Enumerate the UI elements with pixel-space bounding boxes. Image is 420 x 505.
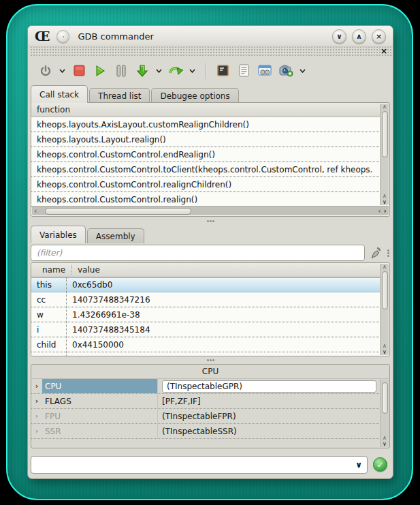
cpu-register-row[interactable]: › CPU (TInspectableGPR) [31, 379, 381, 394]
variable-row[interactable]: cc 140737488347216 [31, 292, 381, 307]
variable-row[interactable]: i 140737488345184 [31, 322, 381, 337]
cpu-register-row[interactable]: › FLAGS [PF,ZF,IF] [31, 394, 381, 409]
titlebar[interactable]: Œ GDB commander ∨ ∧ × [28, 26, 393, 47]
pause-icon [116, 65, 127, 77]
callstack-row[interactable]: kheops.control.CustomControl.endRealign(… [31, 147, 381, 162]
step-over-icon [168, 64, 183, 78]
callstack-row[interactable]: kheops.layouts.Layout.realign() [31, 132, 381, 147]
tab-call-stack[interactable]: Call stack [31, 85, 88, 103]
splitter-handle[interactable] [28, 356, 393, 364]
scroll-left-icon[interactable]: ‹ [378, 208, 381, 214]
variable-row[interactable]: h 1.43266961e-38 [31, 352, 381, 356]
scroll-down-icon[interactable]: ∨ [383, 441, 387, 447]
stop-icon [74, 65, 85, 76]
cpu-panel-title: CPU [31, 365, 389, 379]
callstack-column-header[interactable]: function [31, 103, 381, 117]
power-button[interactable] [37, 63, 54, 79]
scroll-left-icon[interactable]: ‹ [34, 208, 37, 214]
cpu-register-row[interactable]: › FPU (TInspectableFPR) [31, 409, 381, 424]
disassembly-icon [238, 64, 250, 77]
step-into-icon [135, 64, 149, 78]
expander-icon[interactable]: › [31, 379, 42, 393]
callstack-horizontal-scrollbar[interactable]: ‹ ‹ › [32, 206, 389, 215]
callstack-row[interactable]: kheops.control.CustomControl.toClient(kh… [31, 162, 381, 177]
splitter-handle[interactable] [28, 217, 393, 225]
dock-close-icon[interactable]: × [381, 47, 387, 56]
run-icon [94, 65, 106, 77]
scroll-up-icon[interactable]: ∧ [383, 193, 387, 199]
command-combobox[interactable]: ∨ [31, 456, 368, 474]
stop-button[interactable] [71, 63, 87, 79]
add-snapshot-button[interactable] [278, 63, 294, 79]
debug-toolbar [28, 57, 393, 85]
callstack-row[interactable]: kheops.control.CustomControl.realignChil… [31, 177, 381, 192]
window-title: GDB commander [78, 31, 153, 42]
pause-button[interactable] [113, 63, 129, 79]
filter-input[interactable] [31, 245, 365, 261]
command-bar: ∨ ✓ [28, 455, 393, 478]
expander-icon[interactable]: › [31, 424, 42, 438]
tab-debugee-options[interactable]: Debugee options [151, 88, 238, 103]
memory-chip-button[interactable] [214, 63, 231, 79]
scroll-down-icon[interactable]: ∨ [383, 199, 387, 205]
scroll-thumb[interactable] [45, 208, 191, 215]
disassembly-button[interactable] [236, 63, 252, 79]
panel-splitter-handle[interactable] [387, 252, 389, 254]
scroll-up-icon[interactable]: ∧ [383, 435, 387, 441]
command-input[interactable] [31, 460, 351, 470]
tab-thread-list[interactable]: Thread list [89, 88, 150, 103]
step-into-button[interactable] [134, 63, 150, 79]
cpu-vertical-scrollbar[interactable]: ∧ ∨ [380, 380, 389, 447]
scroll-up-icon[interactable]: ∧ [383, 343, 387, 349]
callstack-row[interactable]: kheops.control.CustomControl.realign() [31, 192, 381, 207]
tab-assembly[interactable]: Assembly [87, 228, 144, 243]
variables-header[interactable]: name value [31, 263, 381, 277]
scroll-up-icon[interactable]: ∧ [383, 104, 387, 110]
gdb-commander-window: Œ GDB commander ∨ ∧ × × [27, 25, 393, 479]
run-button[interactable] [92, 63, 108, 79]
power-icon [39, 65, 52, 77]
scroll-right-icon[interactable]: › [384, 208, 387, 214]
column-value[interactable]: value [72, 265, 100, 275]
window-menu-knob[interactable] [56, 30, 69, 43]
close-button[interactable]: × [372, 29, 386, 44]
filter-row [28, 243, 393, 262]
tab-variables[interactable]: Variables [31, 226, 86, 243]
cpu-panel: CPU › CPU (TInspectableGPR) › FLAGS [PF,… [31, 364, 390, 448]
scroll-down-icon[interactable]: ∨ [383, 349, 387, 355]
callstack-tabbar: Call stack Thread list Debugee options [28, 85, 393, 103]
scroll-thumb[interactable] [382, 382, 388, 414]
scroll-thumb[interactable] [382, 271, 388, 309]
variable-row[interactable]: this 0xc65db0 [31, 277, 381, 292]
expander-icon[interactable]: › [31, 394, 42, 408]
expander-icon[interactable]: › [31, 409, 42, 423]
toolbar-separator [205, 63, 206, 79]
variable-row[interactable]: child 0x44150000 [31, 337, 381, 352]
variables-vertical-scrollbar[interactable]: ∧ ∧ ∨ [380, 264, 389, 355]
app-logo-icon: Œ [35, 30, 48, 43]
step-into-dropdown[interactable] [155, 63, 163, 79]
confirm-button[interactable]: ✓ [373, 457, 387, 472]
scroll-thumb[interactable] [382, 111, 388, 157]
column-name[interactable]: name [37, 265, 72, 275]
maximize-button[interactable]: ∧ [352, 29, 366, 44]
watch-window-button[interactable] [257, 63, 273, 79]
callstack-panel: function kheops.layouts.AxisLayout.custo… [31, 102, 390, 217]
scroll-up-icon[interactable]: ∧ [383, 264, 387, 270]
callstack-row[interactable]: kheops.layouts.AxisLayout.customRealignC… [31, 117, 381, 132]
broom-icon[interactable] [369, 246, 383, 260]
add-snapshot-icon [279, 64, 293, 77]
inspector-tabbar: Variables Assembly [28, 225, 393, 243]
watch-window-icon [258, 65, 272, 77]
callstack-vertical-scrollbar[interactable]: ∧ ∧ ∨ [380, 104, 389, 205]
step-over-button[interactable] [167, 63, 184, 79]
dock-drag-handle[interactable]: × [29, 47, 391, 57]
register-value-field[interactable]: (TInspectableGPR) [162, 380, 376, 393]
cpu-register-row[interactable]: › SSR (TInspectableSSR) [31, 424, 381, 439]
add-snapshot-dropdown[interactable] [299, 63, 306, 79]
minimize-button[interactable]: ∨ [332, 29, 346, 44]
variable-row[interactable]: w 1.43266961e-38 [31, 307, 381, 322]
power-dropdown[interactable] [59, 63, 66, 79]
combo-dropdown-icon[interactable]: ∨ [351, 460, 367, 470]
step-over-dropdown[interactable] [189, 63, 196, 79]
